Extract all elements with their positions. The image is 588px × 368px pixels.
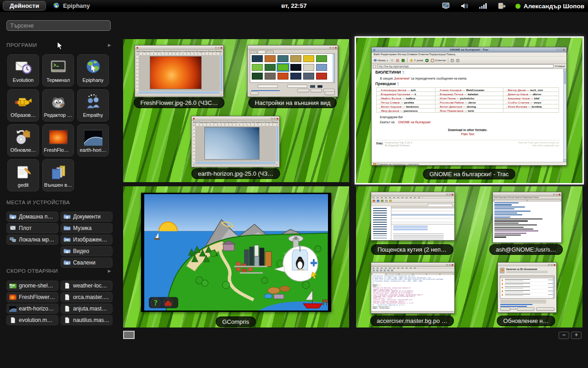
website-link[interactable] — [500, 306, 527, 307]
update-manager-window[interactable]: Налични са 38 обновления — [498, 262, 557, 313]
translator-link[interactable]: Димитър Киров — [505, 92, 528, 96]
wallpaper-thumb[interactable] — [290, 73, 301, 80]
workspace-2-active[interactable]: GNOME на български! - Trac Файл Редактир… — [355, 36, 584, 184]
place-item[interactable]: Видео — [61, 246, 113, 256]
changes-link[interactable] — [500, 304, 532, 305]
translator-link[interactable]: Филип Андонов — [378, 105, 401, 108]
place-item[interactable]: ♪Музика — [61, 223, 113, 233]
gimp-freshflower-window[interactable]: Файл Редактиране Избиране Изглед Изображ… — [135, 45, 224, 97]
user-menu[interactable]: Александър Шопов — [515, 3, 584, 10]
gedit-window[interactable]: # Bulgarian translation of accerciser po… — [371, 262, 455, 314]
wallpaper-thumb[interactable] — [265, 64, 276, 71]
add-workspace-button[interactable]: + — [571, 332, 582, 339]
cancel-button[interactable] — [517, 307, 534, 311]
translator-link[interactable]: Владимира Гиргинова — [378, 92, 410, 96]
translator-link[interactable]: Петър Славов — [378, 101, 400, 104]
app-appearance[interactable]: Външен в… — [42, 159, 74, 191]
power-icon[interactable] — [497, 2, 506, 10]
wallpaper-thumb[interactable] — [277, 73, 288, 80]
app-updater[interactable]: Обновле… — [7, 124, 39, 156]
back-button[interactable]: Назад▼ — [373, 59, 388, 62]
app-evolution[interactable]: Evolution — [7, 54, 39, 86]
help-button[interactable] — [250, 92, 259, 95]
recent-item[interactable]: weather-loc… — [61, 281, 113, 291]
translator-link[interactable]: Филип Димитров — [437, 105, 462, 108]
app-thumb-earth[interactable]: earth-hori… — [77, 124, 109, 156]
place-item[interactable]: Изображен… — [61, 235, 113, 245]
place-item[interactable]: Домашна п… — [6, 212, 58, 222]
zoom-in-icon[interactable] — [456, 59, 459, 62]
translator-link[interactable]: Явор Доганов — [378, 109, 399, 112]
wallpaper-thumb[interactable] — [252, 55, 263, 62]
go-button[interactable]: Отиване — [555, 65, 565, 68]
recent-item[interactable]: gnome-shel… — [6, 281, 58, 291]
recent-item[interactable]: FreshFlower… — [6, 292, 58, 302]
bulletins-link[interactable]: Бюлетини — [395, 77, 409, 80]
translator-link[interactable]: Стойчо Станчев — [505, 101, 529, 104]
app-menu-button[interactable]: Epiphany — [52, 2, 90, 10]
workspace-1[interactable]: Файл Редактиране Избиране Изглед Изображ… — [123, 39, 349, 182]
translator-link[interactable]: Красимир Чонов — [505, 97, 530, 100]
wallpaper-thumb[interactable] — [252, 73, 263, 80]
color-swatch[interactable] — [317, 85, 322, 88]
workspace-3[interactable]: ? GCompris — [123, 186, 349, 328]
recent-item[interactable]: anjuta.mast… — [61, 304, 113, 314]
wallpaper-thumb[interactable] — [316, 73, 327, 80]
update-row[interactable] — [500, 289, 554, 293]
translator-link[interactable]: Александър Шопов — [378, 88, 407, 92]
app-epiphany[interactable]: Epiphany — [77, 54, 109, 86]
clock[interactable]: вт, 22:57 — [281, 2, 307, 9]
get-more-backgrounds-link[interactable] — [251, 90, 280, 91]
app-gimp[interactable]: Редактор … — [42, 89, 74, 121]
place-item[interactable]: Свалени — [61, 258, 113, 268]
forward-button[interactable] — [390, 59, 394, 62]
gimp-earthhorizon-window[interactable]: Файл Редактиране Избиране Изглед Изображ… — [191, 116, 280, 167]
reload-button[interactable] — [401, 59, 405, 62]
recent-item[interactable]: earth-horizo… — [6, 304, 58, 314]
update-row[interactable] — [500, 293, 554, 297]
wallpaper-thumb[interactable] — [316, 55, 327, 62]
wallpaper-thumb[interactable] — [316, 64, 327, 71]
app-thumb-flower[interactable]: FreshFlow… — [42, 124, 74, 156]
translator-link[interactable]: Ивайло Вълков — [378, 97, 401, 100]
wallpaper-thumb[interactable] — [290, 64, 301, 71]
workspace-4[interactable]: Файл Редактиране Изглед Терминал Подпроз… — [356, 186, 582, 328]
wallpaper-thumb[interactable] — [265, 55, 276, 62]
translator-link[interactable]: Илия Пенев — [437, 97, 456, 100]
workspace-indicator[interactable] — [123, 331, 135, 339]
restore-button[interactable] — [297, 89, 309, 92]
scrollbar[interactable] — [563, 69, 566, 162]
app-gedit[interactable]: gedit — [7, 159, 39, 191]
zoom-out-icon[interactable] — [451, 59, 454, 62]
history-button[interactable] — [425, 59, 429, 62]
appearance-window[interactable] — [247, 45, 338, 97]
evolution-window[interactable] — [371, 192, 455, 241]
scrollbar[interactable] — [333, 54, 334, 82]
stop-button[interactable] — [396, 59, 399, 62]
wallpaper-thumb[interactable] — [277, 55, 288, 62]
help-button[interactable] — [500, 307, 510, 311]
color-swatch[interactable] — [310, 85, 315, 88]
display-icon[interactable] — [442, 2, 451, 10]
recent-item[interactable]: evolution.m… — [6, 315, 58, 325]
translator-link[interactable]: Атанас Кошаров — [437, 88, 462, 92]
volume-icon[interactable] — [460, 2, 469, 10]
install-updates-button[interactable] — [536, 307, 554, 311]
remove-button[interactable] — [311, 89, 322, 92]
close-button[interactable] — [325, 92, 335, 95]
recent-expand-icon[interactable]: ▶ — [108, 269, 111, 273]
wallpaper-thumb[interactable] — [252, 64, 263, 71]
translator-link[interactable]: Ясен Праматаров — [437, 109, 463, 112]
wallpaper-thumb[interactable] — [303, 73, 314, 80]
scrollbar[interactable] — [277, 126, 278, 161]
network-icon[interactable] — [479, 2, 488, 10]
activities-button[interactable]: Дейности — [3, 1, 46, 11]
window-buttons[interactable] — [556, 49, 565, 51]
translator-link[interactable]: Юлия Волкова — [505, 105, 527, 108]
update-row[interactable] — [500, 278, 554, 282]
scrollbar[interactable] — [195, 162, 276, 164]
update-row[interactable] — [500, 282, 554, 286]
style-dropdown[interactable] — [258, 85, 278, 88]
gcompris-window[interactable]: ? — [141, 193, 331, 312]
app-terminal[interactable]: Терминал — [42, 54, 74, 86]
